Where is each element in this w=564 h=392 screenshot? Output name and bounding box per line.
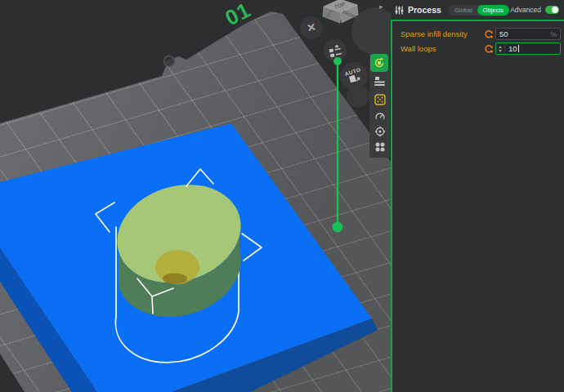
viewport-3d[interactable]: 01 TOP FRONT LEFT × AUTO (0, 0, 391, 392)
sparse-infill-density-value: 50 (499, 29, 508, 38)
lock-plate-button[interactable] (347, 85, 369, 108)
toggle-knob (552, 7, 558, 13)
panel-body: Sparse infill density 50 % Wall loops (391, 20, 564, 392)
strength-category-button[interactable] (374, 93, 386, 105)
wall-loops-value: 10 (508, 44, 517, 53)
close-icon: × (306, 19, 317, 37)
object-settings-icon (327, 43, 343, 58)
spinner-up-icon[interactable] (499, 46, 502, 48)
panel-header: Process Global Objects Advanced (391, 0, 564, 20)
sparse-infill-density-label: Sparse infill density (401, 29, 484, 38)
quality-icon (374, 77, 386, 87)
advanced-label: Advanced (510, 6, 541, 14)
panel-collapse-arrow[interactable]: ▸ (379, 2, 383, 11)
setting-row-wall-loops: Wall loops 10 (401, 42, 561, 55)
strength-dice-icon (374, 94, 386, 105)
setting-row-sparse-infill: Sparse infill density 50 % (401, 28, 561, 40)
reset-value-icon[interactable] (484, 29, 494, 39)
process-sliders-icon (395, 6, 404, 15)
support-category-button[interactable] (374, 126, 386, 137)
percent-suffix: % (550, 30, 557, 38)
slicer-app: 01 TOP FRONT LEFT × AUTO (0, 0, 564, 392)
reset-value-icon[interactable] (484, 44, 494, 54)
arrange-icon (347, 72, 363, 85)
others-clover-icon (374, 141, 386, 153)
settings-category-strip (369, 51, 390, 158)
inner-sphere-shadow (163, 274, 187, 284)
speed-gauge-icon (374, 111, 386, 122)
modified-settings-button[interactable] (370, 54, 388, 72)
modified-settings-icon (374, 57, 385, 69)
nav-cube[interactable]: TOP FRONT LEFT (317, 0, 361, 28)
wall-loops-input[interactable]: 10 (495, 42, 561, 55)
panel-title: Process (408, 5, 441, 15)
value-spinner[interactable] (496, 43, 505, 54)
speed-category-button[interactable] (374, 111, 386, 122)
others-category-button[interactable] (374, 140, 386, 153)
sparse-infill-density-input[interactable]: 50 % (495, 28, 561, 40)
tab-objects[interactable]: Objects (477, 5, 509, 16)
quality-category-button[interactable] (374, 76, 386, 87)
text-caret (518, 45, 519, 52)
advanced-toggle[interactable] (545, 6, 559, 14)
gear-icon (374, 126, 386, 137)
spinner-down-icon[interactable] (499, 50, 502, 52)
wall-loops-label: Wall loops (401, 44, 484, 53)
tab-global[interactable]: Global (448, 7, 477, 14)
scope-tabs: Global Objects (448, 5, 509, 16)
process-panel: Process Global Objects Advanced Sparse i… (391, 0, 564, 392)
